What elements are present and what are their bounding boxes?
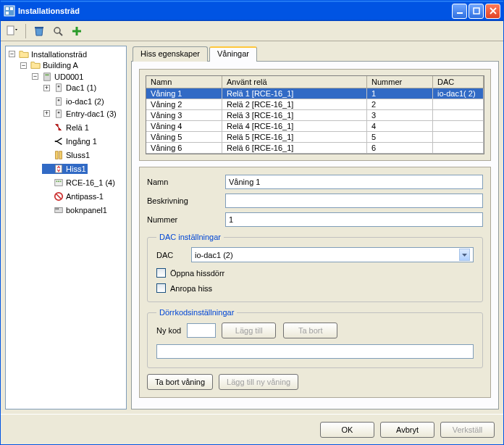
collapse-icon[interactable]: − [20,62,27,69]
tree-panel[interactable]: −Installationsträd−Building A−UD0001+Dac… [5,46,127,409]
titlebar[interactable]: Installationsträd [1,1,503,21]
open-door-checkbox[interactable]: Öppna hissdörr [156,268,474,278]
add-code-button[interactable]: Lägg till [222,323,276,338]
apply-button[interactable]: Verkställ [440,422,495,438]
tree-label: UD0001 [54,72,83,81]
svg-rect-19 [59,151,62,159]
svg-point-16 [58,111,60,113]
tree-item[interactable]: +Entry-dac1 (3) [42,109,118,119]
close-button[interactable] [485,4,500,19]
tree-label: Hiss1 [66,165,86,173]
maximize-button[interactable] [469,4,484,19]
cell-number: 6 [367,143,433,154]
svg-rect-18 [56,151,59,159]
dac-select[interactable]: io-dac1 (2) [191,247,474,262]
tree-item[interactable]: RCE-16_1 (4) [42,178,117,188]
dac-settings-group: DAC inställningar DAC io-dac1 (2) Öppna … [147,233,483,302]
new-dropdown-button[interactable] [5,24,20,38]
table-row[interactable]: Våning 2Relä 2 [RCE-16_1]2 [146,99,484,110]
dialog-footer: OK Avbryt Verkställ [1,414,503,444]
number-label: Nummer [147,215,225,224]
tree-building[interactable]: −Building A [19,60,80,70]
tree-ud[interactable]: −UD0001 [30,72,85,82]
description-label: Beskrivning [147,196,225,205]
svg-rect-9 [44,72,51,80]
col-number[interactable]: Nummer [367,76,433,88]
window: Installationsträd −Installationsträd−Bui… [0,0,504,445]
dac-select-value: io-dac1 (2) [195,251,233,259]
add-button[interactable] [70,24,84,38]
table-row[interactable]: Våning 3Relä 3 [RCE-16_1]3 [146,110,484,121]
svg-point-12 [58,86,60,88]
delete-floor-button[interactable]: Ta bort våning [147,374,213,390]
collapse-icon[interactable]: − [9,51,15,57]
codes-input[interactable] [156,344,474,359]
svg-rect-6 [7,26,14,35]
tree-item[interactable]: boknpanel1 [42,205,109,215]
tab-body: Namn Använt relä Nummer DAC Våning 1Relä… [131,61,499,409]
search-button[interactable] [51,24,65,38]
col-name[interactable]: Namn [146,76,222,88]
tree-item[interactable]: Hiss1 [42,164,88,174]
svg-rect-15 [56,109,62,117]
svg-point-14 [58,99,60,101]
delete-button[interactable] [32,24,46,38]
tree-root[interactable]: −Installationsträd [7,49,88,59]
number-input[interactable] [225,212,483,227]
tab-properties[interactable]: Hiss egenskaper [133,46,208,62]
cell-number: 3 [367,110,433,121]
remove-code-button[interactable]: Ta bort [283,323,337,338]
cell-number: 1 [367,88,433,99]
svg-rect-1 [6,7,9,10]
ok-button[interactable]: OK [320,422,374,438]
minimize-icon [456,7,463,14]
svg-rect-7 [35,27,43,28]
tree-item[interactable]: io-dac1 (2) [42,96,106,107]
svg-rect-11 [56,84,62,92]
col-dac[interactable]: DAC [433,76,484,88]
tree-item[interactable]: +Dac1 (1) [42,83,98,93]
toolbar-separator [25,24,26,38]
dac-label: DAC [156,251,191,259]
grid-body[interactable]: Våning 1Relä 1 [RCE-16_1]1io-dac1( 2)Vån… [146,88,484,154]
doorcode-settings-group: Dörrkodsinställningar Ny kod Lägg till T… [147,308,483,368]
floors-grid[interactable]: Namn Använt relä Nummer DAC Våning 1Relä… [146,75,484,154]
tree-label: Ingång 1 [66,137,97,146]
svg-rect-22 [56,180,58,182]
tree-label: Building A [43,61,78,70]
tree-item[interactable]: Ingång 1 [42,136,98,146]
tab-floors[interactable]: Våningar [209,46,257,62]
tree-item[interactable]: Antipass-1 [42,191,105,201]
table-row[interactable]: Våning 4Relä 4 [RCE-16_1]4 [146,121,484,132]
expand-icon[interactable]: + [43,85,50,91]
newcode-input[interactable] [187,323,216,338]
cell-name: Våning 4 [146,121,222,132]
grid-container: Namn Använt relä Nummer DAC Våning 1Relä… [139,69,491,161]
cell-number: 4 [367,121,433,132]
svg-rect-21 [55,179,63,186]
add-floor-button[interactable]: Lägg till ny våning [219,374,298,390]
floor-form: Namn Beskrivning Nummer DAC inställninga… [139,167,491,398]
cancel-button[interactable]: Avbryt [380,422,434,438]
expand-icon[interactable]: + [43,110,50,117]
cell-dac: io-dac1( 2) [433,88,484,99]
call-elevator-checkbox[interactable]: Anropa hiss [156,283,474,293]
col-relay[interactable]: Använt relä [222,76,367,88]
open-door-label: Öppna hissdörr [170,269,224,278]
close-icon [490,7,497,14]
description-input[interactable] [225,194,483,208]
checkbox-icon [156,283,166,293]
tree-item[interactable]: Sluss1 [42,150,91,160]
newcode-label: Ny kod [156,326,181,335]
table-row[interactable]: Våning 5Relä 5 [RCE-16_1]5 [146,132,484,143]
collapse-icon[interactable]: − [32,73,38,80]
table-row[interactable]: Våning 1Relä 1 [RCE-16_1]1io-dac1( 2) [146,88,484,99]
minimize-button[interactable] [452,4,467,19]
tree-item[interactable]: Relä 1 [42,122,91,133]
tree-label: Relä 1 [66,123,89,132]
svg-rect-24 [60,180,62,182]
plus-icon [71,25,83,37]
table-row[interactable]: Våning 6Relä 6 [RCE-16_1]6 [146,143,484,154]
name-input[interactable] [225,175,483,189]
svg-rect-5 [474,8,479,14]
